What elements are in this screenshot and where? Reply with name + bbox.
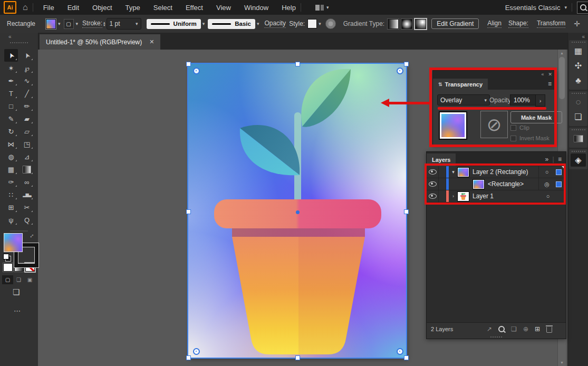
- scrollbar-thumb[interactable]: [559, 57, 565, 99]
- arrange-documents-button[interactable]: ▾: [315, 5, 329, 11]
- chevron-down-icon[interactable]: ▾: [58, 21, 61, 26]
- color-button[interactable]: [3, 263, 13, 272]
- selection-tool[interactable]: ➤: [4, 49, 18, 62]
- search-button[interactable]: [577, 2, 588, 14]
- chevron-down-icon[interactable]: ▾: [76, 21, 79, 26]
- dock-group-grip[interactable]: [572, 42, 585, 43]
- menu-type[interactable]: Type: [126, 4, 140, 12]
- mesh-tool[interactable]: ▦: [4, 163, 18, 176]
- transparency-panel-button[interactable]: ◌: [571, 95, 586, 109]
- graphic-style-swatch[interactable]: [307, 19, 317, 28]
- scale-tool[interactable]: ▱: [20, 125, 34, 138]
- layer-row-rectangle[interactable]: <Rectangle> ◎: [427, 178, 566, 190]
- scroll-up-icon[interactable]: ▴: [558, 51, 566, 55]
- shape-link[interactable]: Shape:: [508, 20, 528, 28]
- selection-handle-e[interactable]: [404, 209, 409, 214]
- close-icon[interactable]: ✕: [149, 38, 154, 45]
- document-tab[interactable]: Untitled-1* @ 50% (RGB/Preview) ✕: [40, 34, 160, 50]
- selection-handle-nw[interactable]: [186, 62, 191, 66]
- menu-view[interactable]: View: [216, 4, 231, 12]
- layers-panel-button[interactable]: ◈: [571, 153, 586, 167]
- eyedropper-tool[interactable]: ✑: [4, 176, 18, 188]
- shape-builder-tool[interactable]: ◍: [4, 150, 18, 163]
- visibility-toggle[interactable]: [427, 190, 439, 202]
- radial-gradient-button[interactable]: [401, 19, 412, 29]
- collapse-layer-icon[interactable]: ▾: [449, 169, 458, 175]
- free-transform-tool[interactable]: ◳: [20, 138, 34, 150]
- lock-cell[interactable]: [439, 190, 446, 202]
- change-screen-mode-icon[interactable]: ❏: [13, 287, 20, 297]
- layers-tab[interactable]: Layers: [427, 153, 456, 166]
- new-sublayer-icon[interactable]: ⊕: [523, 325, 528, 333]
- make-clipping-mask-icon[interactable]: ❏: [511, 325, 517, 333]
- curvature-tool[interactable]: ∿: [20, 74, 34, 87]
- linear-gradient-button[interactable]: [388, 19, 399, 29]
- shaper-tool[interactable]: ✎: [4, 112, 18, 125]
- blend-tool[interactable]: ∞: [20, 176, 34, 188]
- transform-link[interactable]: Transform: [537, 20, 565, 28]
- target-icon[interactable]: ○: [538, 166, 555, 178]
- direct-selection-tool[interactable]: ➤: [20, 49, 34, 62]
- eraser-tool[interactable]: ▰: [20, 112, 34, 125]
- lock-cell[interactable]: [439, 178, 446, 190]
- delete-selection-icon[interactable]: [546, 327, 552, 333]
- layer-name[interactable]: Layer 2 (Rectangle): [473, 168, 538, 176]
- corner-widget-sw[interactable]: [193, 348, 200, 355]
- lasso-tool[interactable]: ℘: [20, 62, 34, 74]
- brushes-panel-button[interactable]: ✣: [571, 59, 586, 72]
- draw-normal-button[interactable]: ▢: [2, 275, 13, 284]
- line-segment-tool[interactable]: ╱: [20, 87, 34, 100]
- artboard-tool[interactable]: ⊞: [4, 201, 18, 214]
- type-tool[interactable]: T: [4, 87, 18, 100]
- selection-indicator[interactable]: [556, 181, 562, 187]
- scroll-down-icon[interactable]: ▾: [558, 360, 566, 365]
- menu-window[interactable]: Window: [244, 4, 268, 12]
- width-profile-dropdown[interactable]: ▾: [203, 21, 205, 26]
- stroke-weight-stepper[interactable]: ▴▾: [103, 21, 105, 26]
- align-link[interactable]: Align: [487, 20, 502, 28]
- slice-tool[interactable]: ✂: [20, 201, 34, 214]
- edit-toolbar-icon[interactable]: ⋯: [14, 307, 21, 315]
- selection-handle-se[interactable]: [404, 355, 409, 360]
- corner-widget-nw[interactable]: [193, 68, 200, 74]
- close-panel-icon[interactable]: ✕: [548, 72, 552, 77]
- swap-fill-stroke-icon[interactable]: ↔: [26, 230, 36, 240]
- dock-group-grip[interactable]: [572, 129, 585, 130]
- gradient-panel-button[interactable]: [571, 132, 586, 145]
- toolbar-grip[interactable]: [10, 42, 28, 43]
- expand-panel-icon[interactable]: »: [545, 156, 548, 163]
- width-tool[interactable]: ⋈: [4, 138, 18, 150]
- draw-inside-button[interactable]: ▣: [24, 275, 35, 284]
- corner-widget-se[interactable]: [397, 348, 403, 355]
- object-thumbnail[interactable]: [473, 180, 484, 189]
- collapse-toolbar-icon[interactable]: «: [8, 34, 12, 40]
- menu-object[interactable]: Object: [92, 4, 112, 12]
- fill-color-swatch[interactable]: [46, 19, 56, 29]
- locate-object-icon[interactable]: [498, 326, 505, 332]
- rotate-tool[interactable]: ↻: [4, 125, 18, 138]
- collapse-panel-icon[interactable]: «: [541, 72, 544, 77]
- stroke-weight-dropdown[interactable]: 1 pt ▾: [107, 18, 141, 30]
- blend-mode-dropdown[interactable]: Overlay ▾: [437, 94, 490, 105]
- menu-edit[interactable]: Edit: [68, 4, 79, 12]
- panel-resize-grip[interactable]: [427, 335, 566, 339]
- opacity-link[interactable]: Opacity: [264, 20, 286, 28]
- menu-help[interactable]: Help: [282, 4, 296, 12]
- stroke-link[interactable]: Stroke:: [82, 20, 102, 28]
- pen-tool[interactable]: ✒: [4, 74, 18, 87]
- draw-behind-button[interactable]: ❏: [13, 275, 24, 284]
- lock-cell[interactable]: [439, 166, 446, 178]
- fill-indicator[interactable]: [4, 233, 23, 252]
- layer-row-layer1[interactable]: › Layer 1 ○: [427, 190, 566, 203]
- symbols-panel-button[interactable]: ♣: [571, 74, 586, 87]
- visibility-toggle[interactable]: [427, 166, 439, 178]
- menu-effect[interactable]: Effect: [186, 4, 203, 12]
- stroke-color-swatch[interactable]: ▢: [64, 19, 74, 29]
- appearance-panel-button[interactable]: ❏: [571, 110, 586, 123]
- recolor-artwork-icon[interactable]: [325, 18, 336, 29]
- target-icon-active[interactable]: ◎: [538, 178, 555, 190]
- selection-handle-ne[interactable]: [404, 62, 409, 66]
- invert-mask-checkbox[interactable]: [510, 136, 516, 141]
- home-icon[interactable]: ⌂: [23, 3, 28, 12]
- panel-menu-icon[interactable]: ≡: [548, 80, 552, 88]
